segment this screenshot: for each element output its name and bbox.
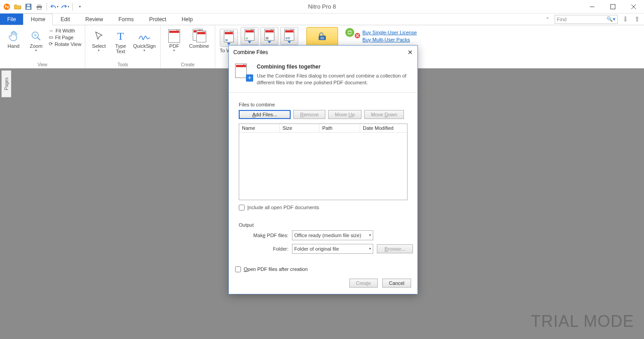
output-section: Output Make PDF files: Office ready (med…: [234, 220, 412, 259]
tab-protect[interactable]: Protect: [141, 14, 174, 25]
include-open-label: Include all open PDF documents: [247, 205, 319, 210]
qat-separator: [46, 3, 47, 11]
app-title: Nitro Pro 8: [308, 3, 336, 10]
qat-customize-icon[interactable]: ▾: [75, 2, 85, 12]
folder-label: Folder:: [239, 246, 288, 252]
chevron-down-icon: ▾: [173, 49, 175, 52]
include-open-check-input[interactable]: [239, 205, 245, 211]
dialog-close-icon[interactable]: ✕: [408, 49, 413, 56]
add-files-label-rest: dd Files...: [255, 112, 277, 117]
hand-icon: [6, 29, 21, 43]
svg-rect-6: [37, 8, 41, 9]
hand-label: Hand: [8, 43, 19, 49]
svg-rect-8: [611, 5, 615, 9]
tab-edit[interactable]: Edit: [53, 14, 78, 25]
svg-rect-15: [319, 36, 326, 40]
quick-access-toolbar: ▾ ▾ ▾: [0, 2, 85, 12]
combine-button[interactable]: Combine: [187, 27, 211, 49]
hand-button[interactable]: Hand: [4, 27, 23, 49]
buy-multi-link[interactable]: Buy Multi-User Packs: [362, 37, 417, 42]
search-icon: 🔍▾: [607, 16, 616, 22]
dialog-titlebar[interactable]: Combine Files ✕: [229, 46, 417, 59]
to-image-button[interactable]: 🖼: [260, 27, 278, 45]
print-icon[interactable]: [34, 2, 44, 12]
browse-button[interactable]: Browse...: [377, 244, 413, 253]
cart-icon: [316, 32, 329, 45]
word-icon: W: [220, 29, 238, 47]
ribbon-collapse-icon[interactable]: ⌃: [543, 16, 552, 23]
rotate-view-button[interactable]: ⟳Rotate View: [49, 41, 81, 47]
dialog-header: + Combining files together Use the Combi…: [229, 59, 417, 93]
make-pdf-select[interactable]: Office ready (medium file size)▾: [292, 230, 373, 240]
dialog-title: Combine Files: [233, 49, 268, 55]
cancel-button[interactable]: Cancel: [382, 279, 411, 288]
col-size[interactable]: Size: [280, 124, 320, 132]
group-label-tools: Tools: [117, 61, 128, 67]
ribbon-group-view: Hand Zoom ▾ ↔Fit Width ▭Fit Page ⟳Rotate…: [0, 25, 85, 68]
add-files-button[interactable]: Add Files...: [239, 110, 291, 119]
move-up-button[interactable]: Move Up: [328, 110, 361, 119]
tab-help[interactable]: Help: [174, 14, 200, 25]
file-tab[interactable]: File: [0, 14, 23, 25]
zoom-button[interactable]: Zoom ▾: [26, 27, 46, 52]
ribbon-group-tools: Select ▾ T Type Text QuickSign ▾ Tools: [85, 25, 161, 68]
nav-up-icon[interactable]: ⬆: [632, 15, 641, 24]
maximize-button[interactable]: [602, 0, 623, 14]
include-open-checkbox[interactable]: Include all open PDF documents: [239, 205, 408, 211]
nav-down-icon[interactable]: ⬇: [621, 15, 630, 24]
close-button[interactable]: [623, 0, 644, 14]
fit-width-icon: ↔: [49, 28, 54, 33]
files-to-combine-section: Files to combine Add Files... Remove Mov…: [234, 97, 412, 216]
fit-page-button[interactable]: ▭Fit Page: [49, 34, 81, 40]
zoom-label: Zoom: [30, 43, 42, 49]
to-excel-button[interactable]: X: [241, 27, 259, 45]
pages-panel-tab[interactable]: Pages: [1, 70, 11, 97]
combine-label: Combine: [189, 43, 209, 49]
pdf-button[interactable]: PDF ▾: [164, 27, 184, 52]
buy-single-link[interactable]: Buy Single-User License: [362, 30, 417, 35]
fit-page-icon: ▭: [49, 34, 53, 40]
tab-forms[interactable]: Forms: [111, 14, 141, 25]
fit-width-button[interactable]: ↔Fit Width: [49, 28, 81, 33]
open-after-checkbox[interactable]: Open PDF files after creation: [235, 266, 411, 272]
window-controls: [582, 0, 644, 14]
find-input[interactable]: Find 🔍▾: [555, 15, 618, 24]
save-icon[interactable]: [23, 2, 33, 12]
group-label-view: View: [37, 61, 47, 67]
file-list[interactable]: Name Size Path Date Modified: [239, 124, 408, 200]
combine-dialog-icon: +: [235, 64, 251, 80]
dialog-description: Use the Combine Files dialog to convert …: [257, 73, 411, 86]
redo-icon[interactable]: ▾: [60, 2, 70, 12]
nitro-icon[interactable]: [2, 2, 12, 12]
minimize-button[interactable]: [582, 0, 602, 14]
svg-rect-2: [27, 7, 30, 9]
qat-separator: [72, 3, 73, 11]
buy-links: Buy Single-User License Buy Multi-User P…: [362, 27, 417, 42]
remove-button[interactable]: Remove: [293, 110, 325, 119]
svg-rect-5: [37, 4, 41, 6]
open-icon[interactable]: [13, 2, 23, 12]
to-rtf-button[interactable]: RTF: [280, 27, 298, 45]
fit-page-label: Fit Page: [55, 35, 74, 40]
quicksign-label: QuickSign: [133, 43, 156, 49]
col-date[interactable]: Date Modified: [360, 124, 407, 132]
zoom-icon: [29, 29, 43, 43]
col-name[interactable]: Name: [239, 124, 280, 132]
undo-icon[interactable]: ▾: [49, 2, 59, 12]
quicksign-button[interactable]: QuickSign ▾: [132, 27, 157, 52]
open-after-check-input[interactable]: [235, 266, 241, 272]
type-text-button[interactable]: T Type Text: [111, 27, 130, 54]
chevron-down-icon: ▾: [369, 233, 371, 237]
move-down-button[interactable]: Move Down: [364, 110, 404, 119]
select-button[interactable]: Select ▾: [89, 27, 109, 52]
chevron-down-icon: ▾: [369, 247, 371, 251]
open-after-label: Open PDF files after creation: [244, 266, 308, 272]
cancel-icon[interactable]: [354, 32, 361, 39]
tab-home[interactable]: Home: [23, 14, 53, 25]
ribbon-group-create: PDF ▾ Combine Create: [161, 25, 215, 68]
create-button[interactable]: Create: [349, 279, 378, 288]
folder-select[interactable]: Folder of original file▾: [292, 244, 373, 254]
col-path[interactable]: Path: [320, 124, 360, 132]
output-section-label: Output: [239, 222, 408, 228]
tab-review[interactable]: Review: [78, 14, 111, 25]
